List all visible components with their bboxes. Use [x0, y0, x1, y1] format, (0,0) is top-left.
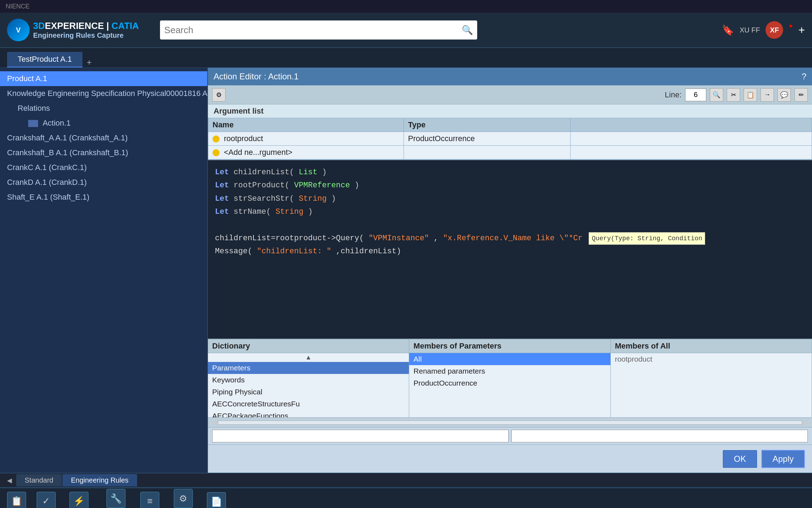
tree-item-label: Shaft_E A.1 (Shaft_E.1)	[7, 193, 90, 201]
dict-item-parameters[interactable]: Parameters	[208, 362, 409, 374]
tool-check[interactable]: ✓ Check	[37, 492, 56, 508]
arg-add-extra	[570, 146, 812, 159]
collapse-icon[interactable]: ◀	[7, 477, 12, 484]
code-editor[interactable]: Let childrenList( List ) Let rootProduct…	[208, 160, 812, 339]
dict-member-label: ProductOccurrence	[413, 379, 477, 387]
search-input[interactable]	[164, 25, 462, 36]
keyword-let-3: Let	[215, 194, 234, 203]
dict-item-aec-package[interactable]: AECPackageFunctions	[208, 410, 409, 417]
dict-col-dictionary: ▲ Parameters Keywords Piping Physical AE…	[208, 353, 409, 417]
dialog-bottom-bar: OK Apply	[208, 445, 812, 473]
dialog-panel: Action Editor : Action.1 ? ⚙ Line: 🔍 ✂ 📋…	[208, 68, 812, 473]
keyword-let-1: Let	[215, 168, 234, 177]
dictionary-panel: Dictionary Members of Parameters Members…	[208, 339, 812, 445]
tool-extra[interactable]: 📄 Re...	[207, 492, 226, 508]
scroll-left-icon[interactable]: ◀	[212, 419, 216, 426]
dict-item-piping[interactable]: Piping Physical	[208, 386, 409, 398]
tree-item-knowledge[interactable]: Knowledge Engineering Specification Phys…	[0, 86, 207, 101]
dict-member-all[interactable]: All	[409, 353, 610, 365]
line-input[interactable]	[685, 89, 706, 101]
ok-button[interactable]: OK	[723, 450, 757, 468]
add-tab-icon[interactable]: +	[87, 58, 92, 67]
toolbar-btn-1[interactable]: 🔍	[710, 88, 723, 102]
code-line-2: Let rootProduct( VPMReference )	[215, 179, 805, 192]
scroll-right-icon[interactable]: ▶	[804, 419, 808, 426]
arg-add-type	[404, 146, 570, 159]
hscroll-track[interactable]	[218, 421, 802, 425]
bookmark-icon[interactable]: 🔖	[722, 24, 734, 36]
type-string-1: String	[299, 194, 327, 203]
tool-reaction[interactable]: ⚡ Reaction	[66, 492, 91, 508]
code-str-msg: "childrenList: "	[257, 247, 331, 256]
tree-item-action[interactable]: Action.1	[0, 116, 207, 131]
dict-all-rootproduct[interactable]: rootproduct	[611, 353, 812, 365]
arg-row-rootproduct[interactable]: rootproduct ProductOccurrence	[208, 132, 812, 146]
user-name: XU FF	[740, 26, 760, 34]
list-icon: ≡	[140, 492, 159, 508]
tree-item-crankd[interactable]: CrankD A.1 (CrankD.1)	[0, 175, 207, 190]
dict-filter-input-1[interactable]	[212, 430, 509, 442]
tab-standard[interactable]: Standard	[16, 474, 62, 486]
tool-knowledge-pattern[interactable]: 🔧 KnowledgePattern	[102, 489, 130, 508]
tree-item-label: CrankC A.1 (CrankC.1)	[7, 163, 87, 172]
tree-item-crankshaft-a[interactable]: Crankshaft_A A.1 (Crankshaft_A.1)	[0, 131, 207, 145]
arg-add-cell: <Add ne...rgument>	[208, 146, 404, 159]
tree-panel: Product A.1 Knowledge Engineering Specif…	[0, 68, 208, 473]
dict-col-header-3: Members of All	[611, 339, 812, 353]
dict-item-aec-concrete[interactable]: AECConcreteStructuresFu	[208, 398, 409, 410]
type-string-2: String	[276, 207, 303, 216]
tree-item-product[interactable]: Product A.1	[0, 71, 207, 86]
var-close-2: )	[355, 181, 359, 190]
toolbar-btn-6[interactable]: ✏	[794, 88, 808, 102]
tree-item-label: Crankshaft_A A.1 (Crankshaft_A.1)	[7, 133, 128, 142]
argument-list-section: Argument list Name Type rootproduct	[208, 104, 812, 160]
help-icon[interactable]: ?	[802, 72, 806, 81]
toolbar-btn-2[interactable]: ✂	[727, 88, 740, 102]
brand-experience: EXPERIENCE |	[45, 20, 111, 31]
tab-row: TestProduct A.1 +	[0, 48, 812, 68]
col-type: Type	[404, 118, 570, 132]
dict-item-label: AECConcreteStructuresFu	[212, 400, 300, 408]
tab-engineering-rules[interactable]: Engineering Rules	[62, 474, 137, 486]
brand-area: 3DEXPERIENCE | CATIA Engineering Rules C…	[33, 20, 139, 40]
code-line-5: childrenList=rootproduct->Query( "VPMIns…	[215, 232, 805, 245]
toolbar-btn-5[interactable]: 💬	[777, 88, 791, 102]
code-str-vpmi: "VPMInstance"	[369, 234, 429, 243]
toolbar-btn-4[interactable]: →	[761, 88, 774, 102]
tree-item-crankc[interactable]: CrankC A.1 (CrankC.1)	[0, 160, 207, 175]
apply-button[interactable]: Apply	[761, 450, 805, 468]
code-query: childrenList=rootproduct->Query(	[215, 234, 364, 243]
arg-row-add[interactable]: <Add ne...rgument>	[208, 146, 812, 159]
dict-member-renamed[interactable]: Renamed parameters	[409, 365, 610, 377]
title-text: NIENCE	[6, 3, 30, 10]
toolbar-btn-3[interactable]: 📋	[744, 88, 757, 102]
dict-col-header-2: Members of Parameters	[409, 339, 610, 353]
tool-parameter-set[interactable]: ⚙ ParameterSet	[170, 489, 196, 508]
dict-item-keywords[interactable]: Keywords	[208, 374, 409, 386]
dict-scroll-up[interactable]: ▲	[208, 353, 409, 362]
knowledge-pattern-icon: 🔧	[106, 489, 125, 508]
toolbar-right: 🔖 XU FF XF ● +	[722, 21, 805, 39]
tree-item-shaft[interactable]: Shaft_E A.1 (Shaft_E.1)	[0, 190, 207, 205]
dict-member-label: Renamed parameters	[413, 367, 485, 375]
dict-member-product-occurrence[interactable]: ProductOccurrence	[409, 377, 610, 389]
user-avatar[interactable]: XF	[765, 21, 783, 39]
rule-icon: 📋	[7, 492, 26, 508]
tree-item-label: Knowledge Engineering Specification Phys…	[7, 89, 207, 98]
tree-item-relations[interactable]: Relations	[0, 101, 207, 116]
search-button[interactable]: 🔍	[462, 25, 473, 36]
add-icon[interactable]: +	[798, 24, 805, 37]
settings-button[interactable]: ⚙	[212, 88, 226, 102]
tree-item-crankshaft-b[interactable]: Crankshaft_B A.1 (Crankshaft_B.1)	[0, 145, 207, 160]
logo-area: V 3DEXPERIENCE | CATIA Engineering Rules…	[7, 19, 139, 41]
arg-type-cell: ProductOccurrence	[404, 132, 570, 146]
check-icon: ✓	[37, 492, 56, 508]
dict-filter-input-2[interactable]	[511, 430, 808, 442]
tab-test-product[interactable]: TestProduct A.1	[7, 52, 82, 67]
search-bar[interactable]: 🔍	[160, 20, 477, 40]
parameter-set-icon: ⚙	[174, 489, 193, 508]
tool-rule[interactable]: 📋 Rule	[7, 492, 26, 508]
arg-name: rootproduct	[224, 134, 263, 143]
tool-list[interactable]: ≡ List	[140, 492, 159, 508]
bottom-toolbar: 📋 Rule ✓ Check ⚡ Reaction 🔧 KnowledgePat…	[0, 488, 812, 508]
